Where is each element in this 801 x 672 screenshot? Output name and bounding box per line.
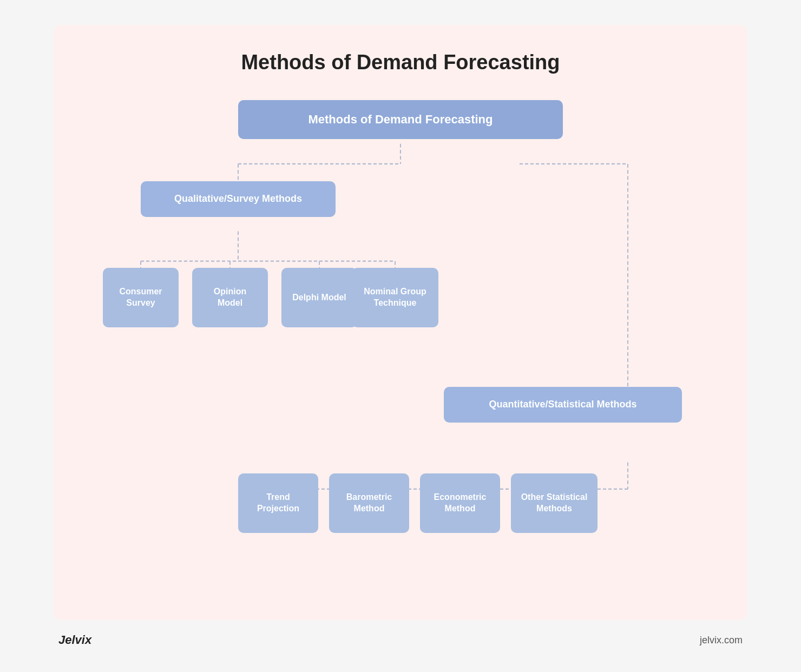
- footer: Jelvix jelvix.com: [54, 633, 747, 647]
- consumer-survey-node: Consumer Survey: [103, 268, 179, 327]
- qualitative-node: Qualitative/Survey Methods: [141, 181, 336, 217]
- page-wrapper: Methods of Demand Forecasting: [54, 25, 747, 620]
- other-statistical-node: Other Statistical Methods: [511, 473, 598, 533]
- brand-label: Jelvix: [58, 633, 91, 647]
- trend-projection-node: Trend Projection: [238, 473, 318, 533]
- quantitative-node: Quantitative/Statistical Methods: [444, 387, 682, 423]
- delphi-model-node: Delphi Model: [281, 268, 357, 327]
- nominal-group-node: Nominal Group Technique: [352, 268, 438, 327]
- url-label: jelvix.com: [700, 635, 743, 646]
- page-title: Methods of Demand Forecasting: [241, 51, 560, 74]
- diagram-container: Methods of Demand Forecasting Qualitativ…: [87, 100, 714, 598]
- opinion-model-node: Opinion Model: [192, 268, 268, 327]
- econometric-method-node: Econometric Method: [420, 473, 500, 533]
- barometric-method-node: Barometric Method: [329, 473, 409, 533]
- root-node: Methods of Demand Forecasting: [238, 100, 563, 139]
